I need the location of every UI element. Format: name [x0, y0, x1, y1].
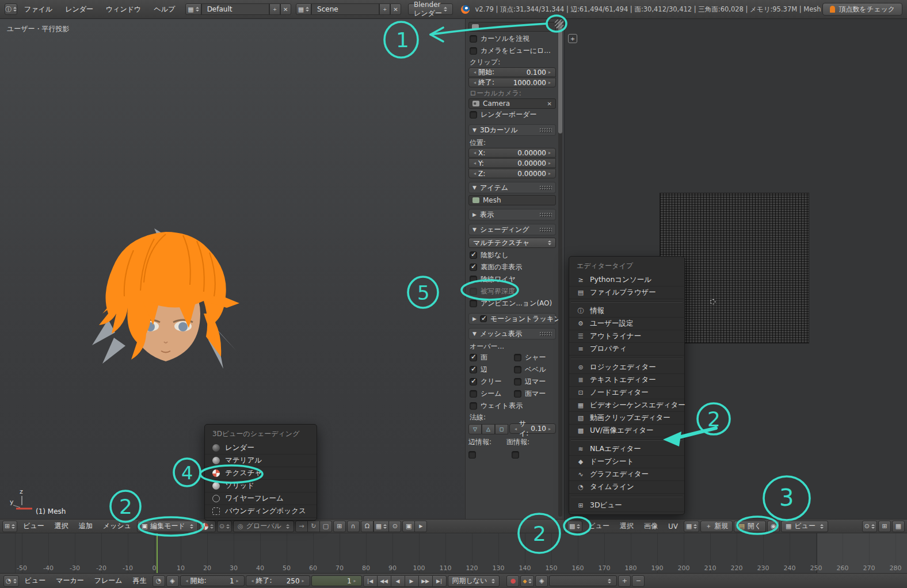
texture-mode-dropdown[interactable]: マルチテクスチャ [468, 238, 556, 248]
shading-option[interactable]: 被写界深度 [468, 285, 556, 297]
checkbox[interactable] [470, 390, 477, 398]
face-normals-toggle[interactable] [495, 424, 508, 434]
lock-object-field[interactable] [468, 22, 556, 32]
panel-header-mesh-display[interactable]: ▼メッシュ表示 [468, 328, 556, 339]
frame-end-field[interactable]: 終了:250 [246, 575, 310, 586]
editor-menu-item[interactable]: ⊡ノードエディター [569, 387, 684, 399]
menu-play[interactable]: 再生 [128, 576, 151, 586]
playback-button-0[interactable]: |◀ [363, 575, 378, 587]
character-head-model[interactable] [91, 227, 241, 377]
shading-menu-item[interactable]: ワイヤーフレーム [205, 492, 317, 505]
menu-view[interactable]: ビュー [20, 576, 51, 586]
shading-option[interactable]: 陰影なし [468, 249, 556, 261]
menu-view[interactable]: ビュー [584, 521, 614, 531]
render-border-checkbox[interactable]: レンダーボーダー [468, 109, 556, 121]
editor-menu-item[interactable]: ▩UV/画像エディター [569, 425, 684, 437]
mesh-display-option[interactable]: シーム [468, 388, 512, 400]
mesh-display-option[interactable]: クリー [468, 376, 512, 388]
loose-normals-toggle[interactable] [482, 424, 495, 434]
opengl-render-anim-button[interactable] [414, 521, 427, 532]
shading-menu-item[interactable]: バウンディングボックス [205, 505, 317, 518]
clip-end-field[interactable]: 終了:1000.000 [468, 78, 556, 87]
playback-button-1[interactable]: ◀◀ [377, 575, 391, 587]
frame-start-field[interactable]: 開始:1 [180, 575, 245, 586]
menu-uv[interactable]: UV [664, 522, 683, 530]
menu-mesh[interactable]: メッシュ [98, 521, 136, 531]
panel-header-motion-tracking[interactable]: ▶モーショントラッキン [468, 313, 556, 324]
info-editor-type-button[interactable] [5, 3, 17, 15]
pin-button[interactable] [767, 521, 780, 532]
render-engine-dropdown[interactable]: Blenderレンダー [408, 3, 453, 15]
menu-image[interactable]: 画像 [639, 521, 662, 531]
clear-icon[interactable]: ✕ [547, 101, 552, 107]
keying-set-dropdown[interactable] [549, 575, 617, 586]
menu-add[interactable]: 追加 [74, 521, 97, 531]
image-browse-button[interactable] [684, 521, 699, 532]
checkbox[interactable] [470, 378, 477, 385]
menu-select[interactable]: 選択 [50, 521, 73, 531]
clip-start-field[interactable]: 開始:0.100 [468, 67, 556, 77]
object-name-field[interactable]: Mesh [468, 195, 556, 205]
cursor-y-field[interactable]: Y:0.00000 [468, 158, 556, 168]
editor-menu-item[interactable]: ≣テキストエディター [569, 374, 684, 387]
editor-menu-item[interactable]: ⊞3Dビュー [569, 499, 684, 512]
vertex-check-button[interactable]: 頂点数をチェック [822, 3, 902, 16]
weight-display-checkbox[interactable]: ウェイト表示 [468, 400, 556, 412]
editor-menu-item[interactable]: ⚙ユーザー設定 [569, 318, 684, 330]
mesh-display-option[interactable]: 面 [468, 352, 512, 364]
timeline-region[interactable]: -50-40-30-20-100102030405060708090100110… [0, 533, 907, 573]
editor-menu-item[interactable]: ≥Pythonコンソール [569, 274, 684, 287]
mesh-display-option[interactable]: 辺 [468, 364, 512, 376]
view3d-editor-type-button[interactable] [2, 521, 17, 532]
viewport-shading-dropdown[interactable] [199, 521, 216, 532]
checkbox[interactable] [470, 276, 477, 283]
scene-add-button[interactable]: ＋ [379, 3, 390, 15]
uv-2d-cursor[interactable] [710, 299, 715, 304]
delete-keyframe-button[interactable] [632, 575, 645, 587]
editor-menu-item[interactable]: ≡プロパティ [569, 343, 684, 356]
scene-name-field[interactable]: Scene [311, 3, 379, 15]
proportional-edit-button[interactable] [347, 521, 360, 532]
lock-camera-checkbox[interactable]: カメラをビューにロ... [468, 45, 556, 57]
keying-toggle-button[interactable] [166, 575, 179, 587]
menu-render[interactable]: レンダー [59, 5, 99, 14]
checkbox[interactable] [514, 390, 521, 398]
lock-to-cursor-checkbox[interactable]: カーソルを注視 [468, 33, 556, 45]
mesh-display-option[interactable]: ベベル [513, 364, 556, 376]
menu-help[interactable]: ヘルプ [148, 5, 181, 14]
panel-header-item[interactable]: ▼アイテム [468, 182, 556, 193]
uv-editor-type-button[interactable] [567, 521, 582, 532]
checkbox[interactable] [470, 300, 477, 307]
mesh-display-option[interactable]: シャー [513, 352, 556, 364]
cursor-x-field[interactable]: X:0.00000 [468, 148, 556, 158]
pivot-dropdown[interactable] [217, 521, 232, 532]
current-frame-line[interactable] [157, 533, 158, 573]
playback-button-3[interactable]: ▶ [405, 575, 419, 587]
screen-browse-button[interactable] [185, 3, 201, 15]
shading-menu-item[interactable]: マテリアル [205, 455, 317, 467]
shading-option[interactable]: アンビエン...ョン(AO) [468, 297, 556, 310]
playback-button-4[interactable]: ▶▶ [418, 575, 433, 587]
sync-dropdown[interactable]: 同期しない [448, 575, 500, 587]
current-frame-field[interactable]: 1 [311, 575, 362, 586]
editor-menu-item[interactable]: ▧動画クリップエディター [569, 412, 684, 425]
layers-button[interactable] [333, 521, 346, 532]
checkbox[interactable] [470, 288, 477, 295]
menu-file[interactable]: ファイル [18, 5, 58, 14]
panel-scrollbar[interactable] [558, 21, 562, 517]
region-expand-button[interactable]: ＋ [568, 34, 577, 43]
keyframe-type-dropdown[interactable] [520, 575, 534, 587]
checkbox[interactable] [470, 111, 477, 119]
shading-option[interactable]: 裏面の非表示 [468, 261, 556, 273]
cursor-z-field[interactable]: Z:0.00000 [468, 169, 556, 178]
rotate-manipulator-button[interactable] [307, 521, 320, 532]
scene-delete-button[interactable]: ✕ [390, 3, 401, 15]
snap-magnet-button[interactable] [361, 521, 374, 532]
scrollbar-thumb[interactable] [558, 21, 562, 133]
checkbox[interactable] [514, 354, 521, 361]
opengl-render-button[interactable] [402, 521, 415, 532]
checkbox[interactable] [470, 402, 477, 410]
editor-menu-item[interactable]: ▦ビデオシーケンスエディター [569, 399, 684, 412]
checkbox[interactable] [470, 35, 477, 43]
record-button[interactable] [506, 575, 519, 587]
